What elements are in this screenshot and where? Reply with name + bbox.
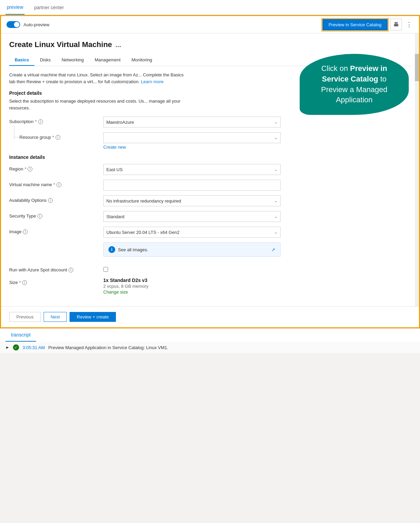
top-nav: preview partner center <box>0 0 420 15</box>
availability-options-chevron-icon: ⌄ <box>274 198 278 203</box>
page-title-dots: ... <box>116 41 121 49</box>
region-label: Region * i <box>9 164 98 171</box>
security-type-info-icon[interactable]: i <box>38 214 42 219</box>
tab-basics[interactable]: Basics <box>9 55 34 66</box>
availability-options-row: Availability Options i No infrastructure… <box>9 195 411 206</box>
availability-options-select[interactable]: No infrastructure redundancy required ⌄ <box>103 195 281 206</box>
transcript-title: transcript <box>11 332 31 338</box>
image-select[interactable]: Ubuntu Server 20.04 LTS - x64 Gen2 ⌄ <box>103 227 281 238</box>
instance-details-title: Instance details <box>9 154 411 160</box>
main-container: Auto-preview Preview in Service Catalog … <box>0 15 420 328</box>
run-with-spot-row: Run with Azure Spot discount i <box>9 267 411 273</box>
security-type-row: Security Type i Standard ⌄ <box>9 211 411 222</box>
scroll-thumb[interactable] <box>415 54 419 81</box>
run-with-spot-checkbox[interactable] <box>103 267 108 272</box>
image-chevron-icon: ⌄ <box>274 230 278 235</box>
toolbar-right: Preview in Service Catalog 🖶 ⋮ <box>322 19 414 30</box>
print-icon: 🖶 <box>393 21 399 28</box>
tooltip-bubble: Click on Preview in Service Catalog to P… <box>300 54 409 115</box>
resource-group-row: Resource group * i ⌄ Create new <box>9 132 411 150</box>
subscription-control: MaestroAzure ⌄ <box>103 117 281 128</box>
transcript-header: transcript <box>5 329 36 342</box>
image-info-icon[interactable]: i <box>23 229 28 234</box>
bottom-actions: Previous Next Review + create <box>1 306 419 327</box>
nav-item-preview[interactable]: preview <box>5 0 25 15</box>
subscription-info-icon[interactable]: i <box>38 119 43 124</box>
image-row: Image i Ubuntu Server 20.04 LTS - x64 Ge… <box>9 227 411 238</box>
nav-item-partner-center[interactable]: partner center <box>33 1 65 14</box>
vm-name-label: Virtual machine name * i <box>9 180 98 187</box>
region-control: East US ⌄ <box>103 164 281 175</box>
availability-options-info-icon[interactable]: i <box>48 198 53 203</box>
previous-button[interactable]: Previous <box>9 312 41 322</box>
security-type-label: Security Type i <box>9 211 98 219</box>
transcript-time: 3:05:31 AM <box>22 345 45 350</box>
size-details: 2 vcpus, 8 GB memory <box>103 284 281 289</box>
auto-preview-toggle[interactable] <box>6 21 20 28</box>
subscription-row: Subscription * i MaestroAzure ⌄ <box>9 117 411 128</box>
more-dots-icon: ⋮ <box>406 21 412 28</box>
toolbar: Auto-preview Preview in Service Catalog … <box>1 16 419 33</box>
resource-group-info-icon[interactable]: i <box>56 135 60 140</box>
transcript-row: ► ✓ 3:05:31 AM Preview Managed Applicati… <box>5 344 415 350</box>
subscription-required: * <box>35 119 37 124</box>
info-circle-icon: i <box>108 246 115 253</box>
region-select[interactable]: East US ⌄ <box>103 164 281 175</box>
see-all-images-control: i See all images. ➚ <box>103 242 281 262</box>
preview-catalog-button[interactable]: Preview in Service Catalog <box>322 19 388 30</box>
create-new-link[interactable]: Create new <box>103 145 281 150</box>
size-label: Size * i <box>9 278 98 285</box>
page-description: Create a virtual machine that runs Linux… <box>9 72 186 85</box>
region-info-icon[interactable]: i <box>28 167 32 171</box>
tab-disks[interactable]: Disks <box>34 55 56 66</box>
resource-group-required: * <box>52 135 54 140</box>
run-with-spot-label: Run with Azure Spot discount i <box>9 267 98 272</box>
tab-networking[interactable]: Networking <box>56 55 89 66</box>
size-name: 1x Standard D2s v3 <box>103 278 281 283</box>
vm-name-required: * <box>54 182 55 187</box>
size-info: 1x Standard D2s v3 2 vcpus, 8 GB memory … <box>103 278 281 295</box>
auto-preview-label: Auto-preview <box>24 22 49 27</box>
next-button[interactable]: Next <box>44 312 67 322</box>
learn-more-link[interactable]: Learn more <box>141 79 163 84</box>
subscription-select[interactable]: MaestroAzure ⌄ <box>103 117 281 128</box>
resource-group-chevron-icon: ⌄ <box>274 135 278 140</box>
run-with-spot-info-icon[interactable]: i <box>69 268 73 272</box>
subscription-label: Subscription * i <box>9 117 98 124</box>
tooltip-bold: Preview in Service Catalog <box>322 64 387 83</box>
content-area: Click on Preview in Service Catalog to P… <box>1 33 419 306</box>
region-required: * <box>25 166 26 171</box>
vm-name-info-icon[interactable]: i <box>57 182 61 187</box>
scroll-bar[interactable] <box>415 33 419 306</box>
change-size-link[interactable]: Change size <box>103 289 281 295</box>
page-title: Create Linux Virtual Machine <box>9 40 112 49</box>
vm-name-control <box>103 180 281 191</box>
transcript-body: ► ✓ 3:05:31 AM Preview Managed Applicati… <box>0 342 420 353</box>
see-all-images-spacer <box>9 242 98 245</box>
transcript-success-icon: ✓ <box>13 344 19 350</box>
security-type-select[interactable]: Standard ⌄ <box>103 211 281 222</box>
toolbar-left: Auto-preview <box>6 21 49 28</box>
page-title-row: Create Linux Virtual Machine ... <box>9 40 411 49</box>
transcript-section: transcript ► ✓ 3:05:31 AM Preview Manage… <box>0 328 420 353</box>
resource-group-select[interactable]: ⌄ <box>103 132 281 143</box>
transcript-message: Preview Managed Application in Service C… <box>48 345 168 350</box>
see-all-images-row: i See all images. ➚ <box>9 242 411 262</box>
info-box-content: i See all images. <box>108 246 148 253</box>
size-row: Size * i 1x Standard D2s v3 2 vcpus, 8 G… <box>9 278 411 295</box>
size-info-icon[interactable]: i <box>22 280 27 285</box>
availability-options-label: Availability Options i <box>9 195 98 203</box>
tab-management[interactable]: Management <box>89 55 126 66</box>
tooltip-text-1: Click on Preview in Service Catalog to P… <box>321 64 387 104</box>
more-options-button[interactable]: ⋮ <box>405 19 414 30</box>
external-link-icon[interactable]: ➚ <box>271 247 275 252</box>
resource-group-label: Resource group * i <box>9 132 98 140</box>
transcript-expand-icon[interactable]: ► <box>5 345 10 350</box>
project-details-desc: Select the subscription to manage deploy… <box>9 98 186 111</box>
print-icon-button[interactable]: 🖶 <box>390 19 402 30</box>
tab-monitoring[interactable]: Monitoring <box>126 55 158 66</box>
review-create-button[interactable]: Review + create <box>70 312 116 322</box>
run-with-spot-control <box>103 267 281 273</box>
region-row: Region * i East US ⌄ <box>9 164 411 175</box>
vm-name-input[interactable] <box>103 180 281 191</box>
